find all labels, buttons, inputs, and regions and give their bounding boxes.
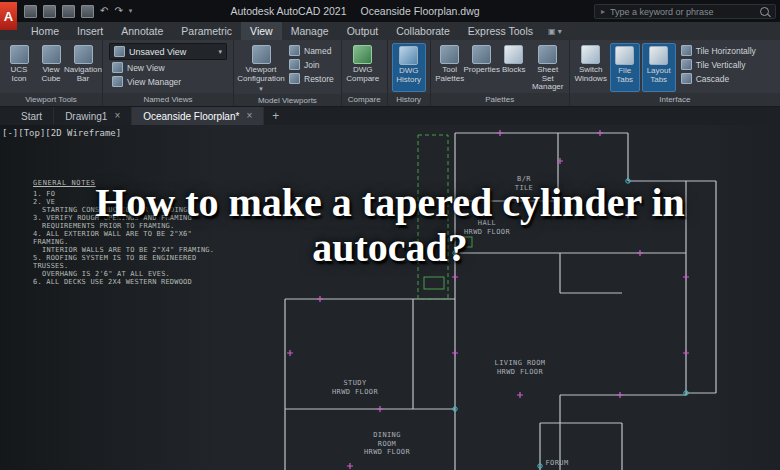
new-tab-button[interactable]: + <box>264 107 287 125</box>
properties-label: Properties <box>463 66 499 75</box>
layout-tabs-button[interactable]: Layout Tabs <box>642 43 676 92</box>
panel-title-named-views[interactable]: Named Views <box>103 93 233 106</box>
app-title: Autodesk AutoCAD 2021 <box>230 5 346 17</box>
named-viewports-icon <box>289 45 300 56</box>
tab-insert[interactable]: Insert <box>68 22 112 40</box>
blocks-button[interactable]: Blocks <box>499 43 529 92</box>
ribbon: UCS Icon View Cube Navigation Bar Viewpo… <box>0 40 780 106</box>
properties-icon <box>472 45 491 64</box>
close-icon[interactable]: × <box>114 111 120 121</box>
layout-tabs-icon <box>649 46 668 65</box>
navigation-bar-button[interactable]: Navigation Bar <box>68 43 98 92</box>
file-tab-start[interactable]: Start <box>10 107 54 125</box>
view-manager-button[interactable]: View Manager <box>109 75 227 88</box>
panel-history: DWG History History <box>388 40 431 106</box>
switch-windows-button[interactable]: Switch Windows <box>574 43 608 92</box>
ucs-icon-label: UCS Icon <box>4 66 34 83</box>
new-file-icon[interactable] <box>24 5 37 18</box>
close-icon[interactable]: × <box>246 111 252 121</box>
room-label-study: STUDYHRWD FLOOR <box>332 379 378 396</box>
note-line: OVERHANG IS 2'6" AT ALL EVES. <box>33 270 218 278</box>
restore-viewports-label: Restore <box>304 74 334 84</box>
sheet-set-manager-button[interactable]: Sheet Set Manager <box>531 43 565 92</box>
tab-manage[interactable]: Manage <box>282 22 338 40</box>
view-cube-button[interactable]: View Cube <box>36 43 66 92</box>
tool-palettes-button[interactable]: Tool Palettes <box>435 43 465 92</box>
autocad-app-menu-logo[interactable]: A <box>0 2 17 30</box>
tab-annotate[interactable]: Annotate <box>112 22 172 40</box>
dwg-history-button[interactable]: DWG History <box>392 43 426 92</box>
new-view-label: New View <box>127 63 165 73</box>
ribbon-display-toggle[interactable]: ▣ ▾ <box>548 22 562 40</box>
view-cube-label: View Cube <box>36 66 66 83</box>
panel-viewport-tools: UCS Icon View Cube Navigation Bar Viewpo… <box>0 40 103 106</box>
tile-horizontally-icon <box>681 45 692 56</box>
panel-title-palettes[interactable]: Palettes <box>431 93 569 106</box>
sheet-set-manager-label: Sheet Set Manager <box>531 66 565 92</box>
room-label-forum: FORUM <box>545 459 568 468</box>
tile-vertically-button[interactable]: Tile Vertically <box>678 58 759 71</box>
cascade-button[interactable]: Cascade <box>678 72 759 85</box>
panel-title-model-viewports[interactable]: Model Viewports <box>234 94 341 106</box>
open-file-icon[interactable] <box>43 5 56 18</box>
view-dropdown[interactable]: Unsaved View ▾ <box>109 43 227 60</box>
print-icon[interactable] <box>81 5 94 18</box>
window-title: Autodesk AutoCAD 2021 Oceanside Floorpla… <box>120 0 590 22</box>
join-viewports-button[interactable]: Join <box>286 58 337 71</box>
panel-title-compare[interactable]: Compare <box>342 93 387 106</box>
new-view-icon <box>112 62 123 73</box>
note-line: 6. ALL DECKS USE 2X4 WESTERN REDWOOD <box>33 278 218 286</box>
undo-icon[interactable]: ↶ <box>100 6 108 16</box>
qat-dropdown-icon[interactable]: ▾ <box>129 7 133 15</box>
tab-view[interactable]: View <box>241 22 282 40</box>
view-dropdown-value: Unsaved View <box>129 47 186 57</box>
search-icon[interactable] <box>760 7 769 16</box>
room-label-living-room: LIVING ROOMHRWD FLOOR <box>495 359 546 376</box>
tab-home[interactable]: Home <box>22 22 68 40</box>
file-tabs-button[interactable]: File Tabs <box>610 43 640 92</box>
save-icon[interactable] <box>62 5 75 18</box>
viewport-controls[interactable]: [-][Top][2D Wireframe] <box>2 128 121 138</box>
file-tabs-label: File Tabs <box>611 67 639 84</box>
cascade-icon <box>681 73 692 84</box>
named-viewports-button[interactable]: Named <box>286 44 337 57</box>
tab-collaborate[interactable]: Collaborate <box>387 22 459 40</box>
panel-title-viewport-tools[interactable]: Viewport Tools <box>0 93 102 106</box>
ucs-icon-button[interactable]: UCS Icon <box>4 43 34 92</box>
tab-parametric[interactable]: Parametric <box>172 22 241 40</box>
dwg-history-icon <box>399 46 418 65</box>
dwg-history-label: DWG History <box>393 67 425 84</box>
tile-horizontally-button[interactable]: Tile Horizontally <box>678 44 759 57</box>
switch-windows-icon <box>581 45 600 64</box>
tool-palettes-label: Tool Palettes <box>435 66 465 83</box>
join-viewports-icon <box>289 59 300 70</box>
restore-viewports-button[interactable]: Restore <box>286 72 337 85</box>
panel-palettes: Tool Palettes Properties Blocks Sheet Se… <box>431 40 570 106</box>
blocks-label: Blocks <box>502 66 526 75</box>
view-manager-label: View Manager <box>127 77 181 87</box>
search-expand-icon[interactable]: ▸ <box>601 7 605 16</box>
search-box[interactable]: ▸ Type a keyword or phrase <box>594 4 776 19</box>
drawing-area[interactable]: [-][Top][2D Wireframe] GENERAL NOTES 1. … <box>0 125 780 470</box>
properties-button[interactable]: Properties <box>467 43 497 92</box>
viewport-configuration-button[interactable]: Viewport Configuration ▾ <box>238 43 284 93</box>
floorplan-drawing <box>0 125 780 470</box>
file-tab-drawing1-label: Drawing1 <box>65 111 107 122</box>
dwg-compare-label: DWG Compare <box>346 66 380 83</box>
redo-icon[interactable]: ↷ <box>114 6 122 16</box>
view-camera-icon <box>114 46 125 57</box>
room-label-dining-room: DININGROOMHRWD FLOOR <box>364 431 410 457</box>
file-tab-oceanside[interactable]: Oceanside Floorplan* × <box>132 107 264 125</box>
dwg-compare-button[interactable]: DWG Compare <box>346 43 380 92</box>
panel-title-interface[interactable]: Interface <box>570 93 780 106</box>
file-tab-drawing1[interactable]: Drawing1 × <box>54 107 132 125</box>
title-bar: A ↶ ↷ ▾ Autodesk AutoCAD 2021 Oceanside … <box>0 0 780 22</box>
search-placeholder: Type a keyword or phrase <box>610 7 714 17</box>
new-view-button[interactable]: New View <box>109 61 227 74</box>
tab-express-tools[interactable]: Express Tools <box>459 22 542 40</box>
panel-title-history[interactable]: History <box>388 93 430 106</box>
blocks-icon <box>504 45 523 64</box>
file-tabs-icon <box>615 46 634 65</box>
navigation-bar-label: Navigation Bar <box>64 66 102 83</box>
tab-output[interactable]: Output <box>338 22 388 40</box>
